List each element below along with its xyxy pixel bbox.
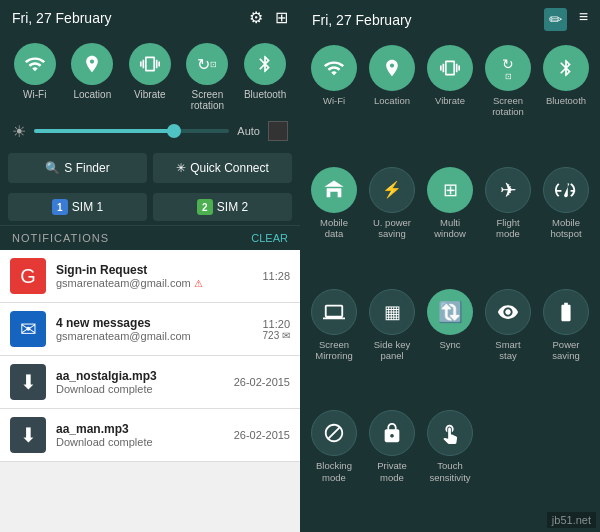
- grid-toggle-mobile-data[interactable]: Mobiledata: [308, 167, 360, 283]
- grid-toggle-power-saving[interactable]: Powersaving: [540, 289, 592, 405]
- notif-nostalgia-detail: Download complete: [56, 383, 224, 395]
- grid-flight-mode-label: Flightmode: [496, 217, 520, 240]
- grid-mobile-hotspot-circle: [543, 167, 589, 213]
- grid-bluetooth-circle: [543, 45, 589, 91]
- toggle-vibrate[interactable]: Vibrate: [129, 43, 171, 111]
- grid-blocking-mode-label: Blockingmode: [316, 460, 352, 483]
- screen-rotation-circle: ↻⊡: [186, 43, 228, 85]
- notif-signin-content: Sign-in Request gsmarenateam@gmail.com ⚠: [56, 263, 252, 289]
- location-label: Location: [73, 89, 111, 100]
- grid-location-circle: [369, 45, 415, 91]
- quick-connect-icon: ✳: [176, 161, 186, 175]
- grid-toggle-screen-mirroring[interactable]: ScreenMirroring: [308, 289, 360, 405]
- brightness-slider[interactable]: [34, 129, 229, 133]
- sim1-number: 1: [52, 199, 68, 215]
- grid-mobile-hotspot-label: Mobilehotspot: [550, 217, 581, 240]
- toggle-wifi[interactable]: Wi-Fi: [14, 43, 56, 111]
- grid-toggle-location[interactable]: Location: [366, 45, 418, 161]
- grid-toggle-touch-sensitivity[interactable]: Touchsensitivity: [424, 410, 476, 526]
- notif-nostalgia[interactable]: ⬇ aa_nostalgia.mp3 Download complete 26-…: [0, 356, 300, 409]
- grid-screen-mirroring-circle: [311, 289, 357, 335]
- grid-toggle-blocking-mode[interactable]: Blockingmode: [308, 410, 360, 526]
- notification-list: G Sign-in Request gsmarenateam@gmail.com…: [0, 250, 300, 532]
- grid-smart-stay-label: Smartstay: [495, 339, 520, 362]
- notif-aa-man-content: aa_man.mp3 Download complete: [56, 422, 224, 448]
- toggle-bluetooth[interactable]: Bluetooth: [244, 43, 286, 111]
- notif-signin[interactable]: G Sign-in Request gsmarenateam@gmail.com…: [0, 250, 300, 303]
- notifications-title: NOTIFICATIONS: [12, 232, 109, 244]
- sim2-number: 2: [197, 199, 213, 215]
- grid-toggle-multi-window[interactable]: ⊞ Multiwindow: [424, 167, 476, 283]
- toggle-screen-rotation[interactable]: ↻⊡ Screenrotation: [186, 43, 228, 111]
- grid-wifi-circle: [311, 45, 357, 91]
- notif-nostalgia-app: aa_nostalgia.mp3: [56, 369, 224, 383]
- grid-bluetooth-label: Bluetooth: [546, 95, 586, 106]
- grid-screen-mirroring-label: ScreenMirroring: [315, 339, 352, 362]
- grid-toggle-mobile-hotspot[interactable]: Mobilehotspot: [540, 167, 592, 283]
- sim1-button[interactable]: 1 SIM 1: [8, 193, 147, 221]
- notif-aa-man-detail: Download complete: [56, 436, 224, 448]
- notif-nostalgia-time: 26-02-2015: [234, 376, 290, 388]
- quick-connect-button[interactable]: ✳ Quick Connect: [153, 153, 292, 183]
- grid-sync-circle: 🔃: [427, 289, 473, 335]
- list-icon[interactable]: ≡: [579, 8, 588, 31]
- grid-private-mode-circle: [369, 410, 415, 456]
- s-finder-button[interactable]: 🔍 S Finder: [8, 153, 147, 183]
- grid-toggle-bluetooth[interactable]: Bluetooth: [540, 45, 592, 161]
- all-toggles-grid: Wi-Fi Location Vibrate ↻⊡ Screenrotation…: [300, 39, 600, 532]
- grid-smart-stay-circle: [485, 289, 531, 335]
- location-circle: [71, 43, 113, 85]
- quick-connect-label: Quick Connect: [190, 161, 269, 175]
- grid-multi-window-circle: ⊞: [427, 167, 473, 213]
- notif-aa-man[interactable]: ⬇ aa_man.mp3 Download complete 26-02-201…: [0, 409, 300, 462]
- right-header: Fri, 27 February ✏ ≡: [300, 0, 600, 39]
- grid-icon[interactable]: ⊞: [275, 8, 288, 27]
- brightness-low-icon: ☀: [12, 122, 26, 141]
- sim2-button[interactable]: 2 SIM 2: [153, 193, 292, 221]
- notif-messages[interactable]: ✉ 4 new messages gsmarenateam@gmail.com …: [0, 303, 300, 356]
- grid-screen-rotation-label: Screenrotation: [492, 95, 524, 118]
- grid-u-power-circle: ⚡: [369, 167, 415, 213]
- s-finder-label: S Finder: [64, 161, 109, 175]
- sim2-label: SIM 2: [217, 200, 248, 214]
- vibrate-label: Vibrate: [134, 89, 166, 100]
- bluetooth-label: Bluetooth: [244, 89, 286, 100]
- notif-nostalgia-content: aa_nostalgia.mp3 Download complete: [56, 369, 224, 395]
- grid-location-label: Location: [374, 95, 410, 106]
- auto-label: Auto: [237, 125, 260, 137]
- left-date: Fri, 27 February: [12, 10, 112, 26]
- pencil-icon[interactable]: ✏: [544, 8, 567, 31]
- notif-messages-detail: gsmarenateam@gmail.com: [56, 330, 252, 342]
- grid-toggle-sync[interactable]: 🔃 Sync: [424, 289, 476, 405]
- grid-side-key-panel-label: Side keypanel: [374, 339, 410, 362]
- grid-blocking-mode-circle: [311, 410, 357, 456]
- right-panel: Fri, 27 February ✏ ≡ Wi-Fi Location Vibr…: [300, 0, 600, 532]
- left-panel: Fri, 27 February ⚙ ⊞ Wi-Fi Location Vibr…: [0, 0, 300, 532]
- grid-toggle-private-mode[interactable]: Privatemode: [366, 410, 418, 526]
- grid-touch-sensitivity-label: Touchsensitivity: [429, 460, 470, 483]
- notif-messages-time: 11:20 723 ✉: [262, 318, 290, 341]
- grid-sync-label: Sync: [439, 339, 460, 350]
- grid-private-mode-label: Privatemode: [377, 460, 407, 483]
- clear-button[interactable]: CLEAR: [251, 232, 288, 244]
- grid-toggle-vibrate[interactable]: Vibrate: [424, 45, 476, 161]
- auto-checkbox[interactable]: [268, 121, 288, 141]
- settings-icon[interactable]: ⚙: [249, 8, 263, 27]
- grid-toggle-side-key-panel[interactable]: ▦ Side keypanel: [366, 289, 418, 405]
- grid-side-key-panel-circle: ▦: [369, 289, 415, 335]
- grid-wifi-label: Wi-Fi: [323, 95, 345, 106]
- grid-toggle-wifi[interactable]: Wi-Fi: [308, 45, 360, 161]
- toggle-location[interactable]: Location: [71, 43, 113, 111]
- grid-toggle-smart-stay[interactable]: Smartstay: [482, 289, 534, 405]
- sim1-label: SIM 1: [72, 200, 103, 214]
- warning-icon: ⚠: [194, 278, 203, 289]
- screen-rotation-label: Screenrotation: [191, 89, 224, 111]
- grid-mobile-data-label: Mobiledata: [320, 217, 348, 240]
- grid-vibrate-label: Vibrate: [435, 95, 465, 106]
- grid-toggle-screen-rotation[interactable]: ↻⊡ Screenrotation: [482, 45, 534, 161]
- grid-toggle-u-power[interactable]: ⚡ U. powersaving: [366, 167, 418, 283]
- notifications-header: NOTIFICATIONS CLEAR: [0, 225, 300, 250]
- notif-messages-content: 4 new messages gsmarenateam@gmail.com: [56, 316, 252, 342]
- grid-u-power-label: U. powersaving: [373, 217, 411, 240]
- grid-toggle-flight-mode[interactable]: ✈ Flightmode: [482, 167, 534, 283]
